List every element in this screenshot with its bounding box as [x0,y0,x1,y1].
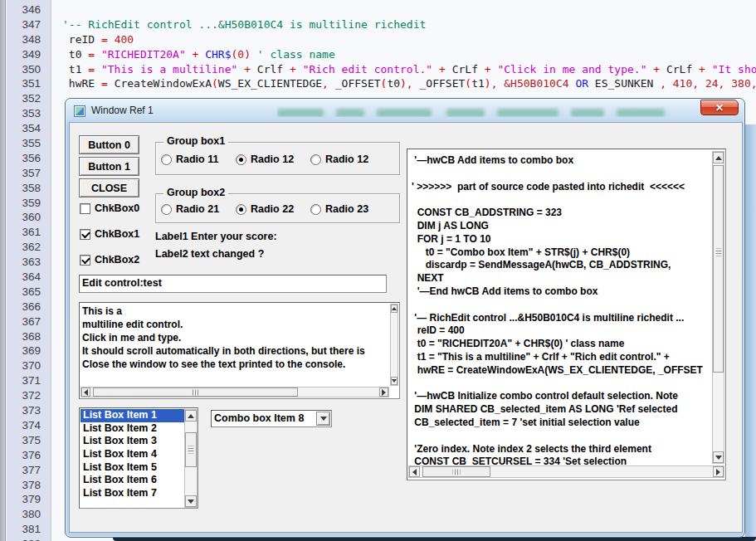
scroll-right-button[interactable] [379,387,388,397]
scroll-down-button[interactable] [185,495,197,507]
checkbox-chkbox0[interactable]: ChkBox0 [80,202,139,214]
checkbox-chkbox2[interactable]: ChkBox2 [80,254,139,266]
line-number: 377 [7,463,41,478]
richedit-line: DIM j AS LONG [412,220,707,233]
scrollbar-thumb[interactable] [422,466,490,477]
edit-control-value: Edit control:test [82,277,162,289]
listbox-item[interactable]: List Box Item 5 [80,461,184,475]
radio-label: Radio 11 [176,154,218,165]
scroll-up-button[interactable] [185,410,197,422]
radio-label: Radio 12 [251,154,294,165]
line-number: 379 [7,492,41,507]
richedit-horizontal-scrollbar[interactable] [408,465,724,478]
line-number: 382 [7,537,41,541]
line-number-gutter: 3463473483493503513523533543553563573583… [7,0,51,541]
line-number: 358 [7,181,41,196]
listbox-item[interactable]: List Box Item 7 [80,487,184,500]
window-title: Window Ref 1 [91,105,154,116]
listbox-scrollbar[interactable] [184,409,198,508]
line-number: 372 [7,388,41,403]
line-number: 347 [7,17,41,32]
scroll-left-button[interactable] [81,387,90,397]
scroll-left-icon [84,389,88,396]
line-number: 350 [7,62,41,77]
line-number: 354 [7,121,41,136]
radio-22[interactable]: Radio 22 [236,203,294,215]
window-icon [74,105,85,117]
listbox-item[interactable]: List Box Item 2 [80,422,184,436]
checkbox-chkbox1[interactable]: ChkBox1 [80,228,139,240]
line-number: 367 [7,314,41,329]
scroll-left-button[interactable] [409,466,420,477]
line-number: 378 [7,478,41,493]
radio-21[interactable]: Radio 21 [161,203,219,215]
checkbox-label: ChkBox1 [95,228,139,240]
edit-control[interactable]: Edit control:test [79,275,387,293]
combobox[interactable]: Combo box Item 8 [211,410,332,427]
line-number: 359 [7,196,41,211]
titlebar-glass-reflection [277,106,692,117]
checkbox-icon [80,255,90,266]
code-line: hwRE = CreateWindowExA(WS_EX_CLIENTEDGE,… [62,76,756,91]
richedit-line: '— RichEdit control ...&H50B010C4 is mul… [412,312,707,325]
scroll-down-button[interactable] [391,377,398,385]
listbox-item[interactable]: List Box Item 3 [80,435,184,448]
scroll-up-icon [188,414,194,418]
thumb-grip [715,249,721,256]
screen: 3463473483493503513523533543553563573583… [0,0,756,541]
richedit-control[interactable]: '—hwCB Add items to combo box ' >>>>>> p… [407,149,726,480]
scroll-down-icon [715,456,722,460]
multiline-line: It should scroll automatically in both d… [82,344,388,358]
line-number: 361 [7,225,41,240]
code-line: '-- RichEdit control ...&H50B010C4 is mu… [62,17,756,32]
thumb-grip [453,469,461,475]
titlebar[interactable]: Window Ref 1 ✕ [66,99,744,122]
scrollbar-thumb[interactable] [185,432,197,467]
multiline-horizontal-scrollbar[interactable] [80,387,389,397]
richedit-vertical-scrollbar[interactable] [712,151,724,464]
line-number: 366 [7,300,41,314]
line-number: 373 [7,403,41,418]
combobox-dropdown-button[interactable] [316,412,330,426]
code-editor[interactable]: '-- RichEdit control ...&H50B010C4 is mu… [62,2,756,106]
richedit-line [412,299,707,312]
scroll-down-icon [188,500,194,504]
radio-12b[interactable]: Radio 12 [310,154,368,165]
listbox-item[interactable]: List Box Item 1 [80,409,184,422]
richedit-line: NEXT [412,272,707,285]
line-number: 369 [7,344,41,358]
scroll-up-button[interactable] [391,305,398,313]
richedit-line: CONST CB_SETCURSEL = 334 'Set selection [412,456,707,465]
scroll-up-button[interactable] [713,152,724,163]
line-number: 363 [7,255,41,270]
richedit-line: discardp = SendMessageA(hwCB, CB_ADDSTRI… [412,259,707,272]
line-number: 380 [7,507,41,522]
scroll-right-icon [382,389,386,396]
scrollbar-thumb[interactable] [93,387,298,397]
line-number: 356 [7,151,41,166]
close-command-button[interactable]: CLOSE [79,178,139,197]
scrollbar-thumb[interactable] [713,165,724,373]
scroll-down-button[interactable] [713,451,724,463]
scroll-right-button[interactable] [713,466,724,477]
editor-left-margin [0,0,6,541]
window-right-shadow [745,124,756,538]
multiline-edit-control[interactable]: This is amultiline edit control.Click in… [79,302,400,399]
line-number: 375 [7,433,41,448]
radio-11[interactable]: Radio 11 [161,154,218,165]
checkbox-label: ChkBox2 [95,254,139,266]
listbox-item[interactable]: List Box Item 4 [80,448,184,461]
button-0[interactable]: Button 0 [79,135,139,154]
line-number: 353 [7,106,41,121]
radio-23[interactable]: Radio 23 [310,203,368,215]
listbox-item[interactable]: List Box Item 6 [80,474,184,487]
button-1[interactable]: Button 1 [79,157,139,176]
line-number: 381 [7,522,41,537]
radio-12[interactable]: Radio 12 [236,154,294,165]
radio-label: Radio 12 [325,154,368,165]
richedit-line: t1 = "This is a multiline" + Crlf + "Ric… [412,351,707,364]
line-number: 368 [7,329,41,344]
close-button[interactable]: ✕ [700,100,739,115]
multiline-vertical-scrollbar[interactable] [390,304,398,386]
listbox[interactable]: List Box Item 1List Box Item 2List Box I… [79,407,198,509]
